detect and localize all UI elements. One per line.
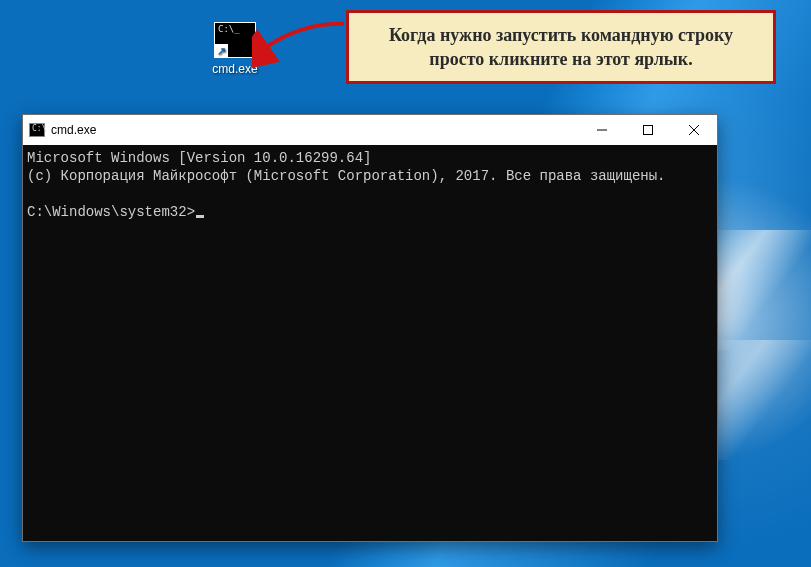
close-icon [689, 125, 699, 135]
shortcut-arrow-icon: ↗ [214, 44, 228, 58]
desktop-shortcut-cmd[interactable]: C:\_ ↗ cmd.exe [205, 22, 265, 76]
desktop-shortcut-label: cmd.exe [205, 62, 265, 76]
cmd-window: C:\ cmd.exe Microsoft Windows [Version 1… [22, 114, 718, 542]
annotation-callout-text: Когда нужно запустить командную строку п… [389, 25, 733, 69]
cmd-titlebar[interactable]: C:\ cmd.exe [23, 115, 717, 145]
cmd-icon-text: C:\_ [218, 24, 240, 34]
maximize-button[interactable] [625, 115, 671, 145]
close-button[interactable] [671, 115, 717, 145]
cmd-titlebar-icon: C:\ [29, 123, 45, 137]
svg-rect-0 [644, 126, 653, 135]
terminal-cursor-icon [196, 215, 204, 218]
cmd-icon: C:\_ ↗ [214, 22, 256, 58]
minimize-icon [597, 125, 607, 135]
terminal-prompt: C:\Windows\system32> [27, 204, 195, 220]
cmd-terminal[interactable]: Microsoft Windows [Version 10.0.16299.64… [23, 145, 717, 541]
maximize-icon [643, 125, 653, 135]
window-buttons [579, 115, 717, 145]
cmd-title-text: cmd.exe [51, 123, 579, 137]
annotation-callout: Когда нужно запустить командную строку п… [346, 10, 776, 84]
minimize-button[interactable] [579, 115, 625, 145]
terminal-line: (c) Корпорация Майкрософт (Microsoft Cor… [27, 168, 666, 184]
terminal-line: Microsoft Windows [Version 10.0.16299.64… [27, 150, 371, 166]
